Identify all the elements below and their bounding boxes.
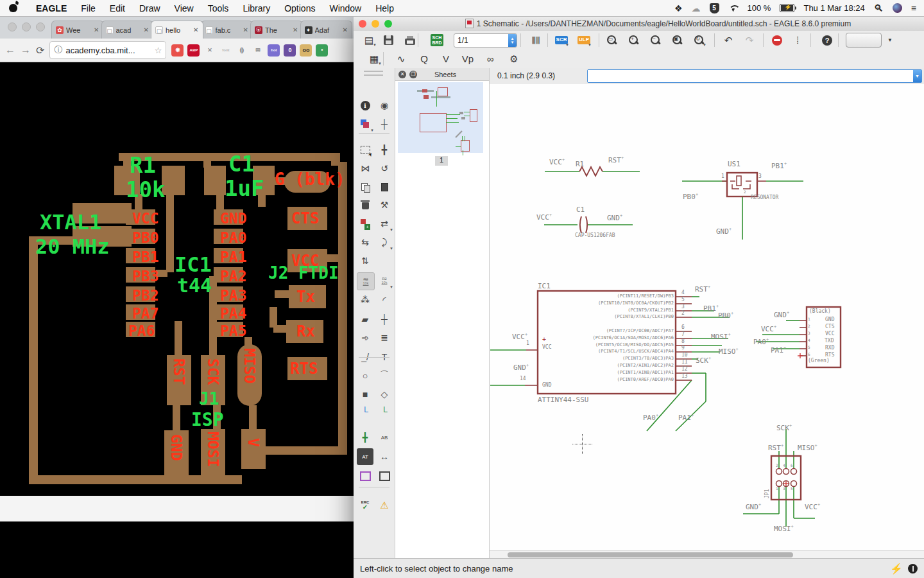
- sch-text-mosi[interactable]: MOSI: [774, 525, 794, 532]
- sch-text-sck[interactable]: SCK: [776, 424, 792, 432]
- creative-cloud-icon[interactable]: ☁: [692, 3, 701, 13]
- sch-text-5[interactable]: 5: [791, 487, 793, 491]
- site-info-icon[interactable]: ⓘ: [54, 44, 62, 56]
- sch-text-resonator[interactable]: RESONATOR: [751, 195, 778, 200]
- sch-text-rst[interactable]: RST: [768, 444, 783, 451]
- sch-text-black[interactable]: (Black): [809, 309, 831, 314]
- label-tool[interactable]: AB: [376, 429, 393, 446]
- sch-text-rst[interactable]: RST: [608, 156, 624, 164]
- sch-text-pb0[interactable]: PB0: [718, 311, 733, 319]
- sheets-close-icon[interactable]: ✕: [398, 71, 406, 78]
- command-line-input[interactable]: [588, 70, 913, 82]
- pinswap-tool[interactable]: ⇄▼: [376, 215, 393, 232]
- sch-text-ic1[interactable]: IC1: [538, 283, 551, 290]
- sch-text-vcc[interactable]: VCC: [542, 345, 551, 350]
- minimize-window-button[interactable]: [372, 20, 379, 28]
- sch-text-miso[interactable]: MISO: [719, 347, 739, 355]
- command-dropdown-icon[interactable]: ▼: [913, 70, 921, 82]
- help-icon[interactable]: ?: [819, 33, 835, 48]
- sch-text-mosi[interactable]: MOSI: [711, 333, 731, 340]
- sch-text-13[interactable]: 13: [681, 374, 688, 379]
- browser-tab-adaf[interactable]: ✦Adaf✕: [300, 21, 353, 39]
- sch-text-capus1206fab[interactable]: CAP-US1206FAB: [575, 233, 615, 238]
- tab-close-icon[interactable]: ✕: [293, 26, 298, 33]
- sch-text-4[interactable]: 4: [783, 464, 785, 468]
- sch-text-[interactable]: +: [542, 337, 546, 343]
- sch-text-2[interactable]: 2: [776, 464, 778, 468]
- sch-text-pb1[interactable]: PB1: [703, 304, 719, 312]
- scr-script-icon[interactable]: SCR▼: [554, 33, 569, 48]
- browser-tab-wee[interactable]: ✿Wee✕: [51, 21, 104, 39]
- optimize-tool[interactable]: ┼: [376, 311, 393, 328]
- app-menu[interactable]: EAGLE: [29, 3, 74, 13]
- menu-window[interactable]: Window: [322, 3, 368, 13]
- info-tool[interactable]: i: [357, 97, 373, 114]
- sch-text-gnd[interactable]: GND: [825, 317, 834, 322]
- sch-text-pcint5oc1bmisodoadc5pa5[interactable]: (PCINT5/OC1B/MISO/DO/ADC5)PA5: [595, 343, 674, 347]
- dimension-tool[interactable]: ↔: [376, 448, 393, 465]
- eagle-titlebar[interactable]: 1 Schematic - /Users/DANTHEZMAN/Document…: [354, 16, 924, 31]
- sch-text-12[interactable]: 12: [681, 367, 688, 372]
- adblock-icon[interactable]: ❋: [171, 44, 184, 57]
- sch-text-9[interactable]: 9: [681, 346, 685, 351]
- print-icon[interactable]: [402, 33, 418, 48]
- open-file-icon[interactable]: ▤▼: [361, 33, 377, 48]
- sheet-list-icon[interactable]: ⦀⦀: [528, 33, 543, 48]
- apple-menu-icon[interactable]: [9, 4, 17, 12]
- zoom-fit-icon[interactable]: ▭: [604, 33, 619, 48]
- sch-text-pcint0arefadc0pa0[interactable]: (PCINT0/AREF/ADC0)PA0: [617, 378, 674, 382]
- dropbox-icon[interactable]: ❖: [674, 3, 683, 13]
- browser-window-controls[interactable]: [0, 22, 51, 39]
- tab-close-icon[interactable]: ✕: [144, 26, 149, 33]
- sch-text-3[interactable]: 3: [758, 174, 762, 179]
- sch-text-6[interactable]: 6: [791, 464, 793, 468]
- palette-drag-handle[interactable]: [364, 71, 383, 76]
- redo-icon[interactable]: ↷: [742, 33, 757, 48]
- sch-text-2[interactable]: 2: [744, 190, 746, 194]
- sch-text-pa0[interactable]: PA0: [753, 338, 769, 346]
- sch-text-10[interactable]: 10: [681, 353, 688, 358]
- bookmark-star-icon[interactable]: ☆: [155, 46, 162, 55]
- sch-text-pb1[interactable]: PB1: [771, 162, 787, 170]
- url-bar[interactable]: ⓘ academy.cba.mit... ☆: [49, 41, 166, 59]
- sheet-number-label[interactable]: 1: [435, 156, 448, 166]
- menu-library[interactable]: Library: [235, 3, 277, 13]
- reload-button[interactable]: ⟳: [36, 44, 44, 57]
- rect-tool[interactable]: ■: [357, 386, 373, 403]
- sheets-float-icon[interactable]: ❐: [409, 71, 417, 78]
- design-link-button[interactable]: [846, 33, 882, 48]
- inspect-icon[interactable]: Q: [416, 51, 432, 66]
- hotspot-icon[interactable]: hot: [268, 44, 280, 57]
- sheet-1-thumbnail[interactable]: [398, 82, 483, 153]
- move-tool[interactable]: ╋: [376, 141, 393, 158]
- gateswap-tool[interactable]: ⤸▼: [376, 234, 393, 250]
- browser-tab-the[interactable]: ⛨The✕: [250, 21, 303, 39]
- zoom-redraw-icon[interactable]: ↻▼: [691, 33, 706, 48]
- zoom-window-button[interactable]: [384, 20, 392, 28]
- mail-icon[interactable]: ✉: [252, 44, 264, 57]
- polygon-corner-tool[interactable]: ▰: [357, 311, 373, 328]
- sch-text-rxd[interactable]: RXD: [825, 346, 834, 351]
- sch-text-r1[interactable]: R1: [576, 161, 584, 168]
- sheet-selector-spinner[interactable]: ▲▼: [508, 34, 517, 47]
- sch-text-7[interactable]: 7: [681, 332, 685, 337]
- sch-text-5[interactable]: 5: [681, 297, 685, 302]
- sch-text-pa1[interactable]: PA1: [771, 346, 786, 354]
- delete-tool[interactable]: [357, 197, 373, 213]
- tab-close-icon[interactable]: ✕: [94, 26, 99, 33]
- erc-tool[interactable]: ERC✓: [357, 497, 373, 514]
- sch-text-6[interactable]: 6: [808, 353, 810, 356]
- sch-text-jp1[interactable]: JP1: [765, 489, 770, 498]
- sch-text-sck[interactable]: SCK: [696, 356, 711, 364]
- browser-tab-fabc[interactable]: ▢fab.c✕: [201, 21, 253, 39]
- sch-text-pcint9xtal2pb1[interactable]: (PCINT9/XTAL2)PB1: [628, 308, 674, 313]
- sch-text-3[interactable]: 3: [808, 331, 810, 335]
- attribute-tool[interactable]: AT: [357, 448, 373, 465]
- smash-tool[interactable]: ⁂: [357, 292, 373, 308]
- net-class-icon[interactable]: ∞: [483, 51, 498, 66]
- adguard-icon[interactable]: 5: [710, 3, 719, 13]
- sch-text-8[interactable]: 8: [681, 339, 685, 344]
- sch-text-rts[interactable]: RTS: [825, 353, 834, 358]
- x-icon[interactable]: ✕: [203, 44, 216, 57]
- ghost-icon[interactable]: 0: [284, 44, 296, 57]
